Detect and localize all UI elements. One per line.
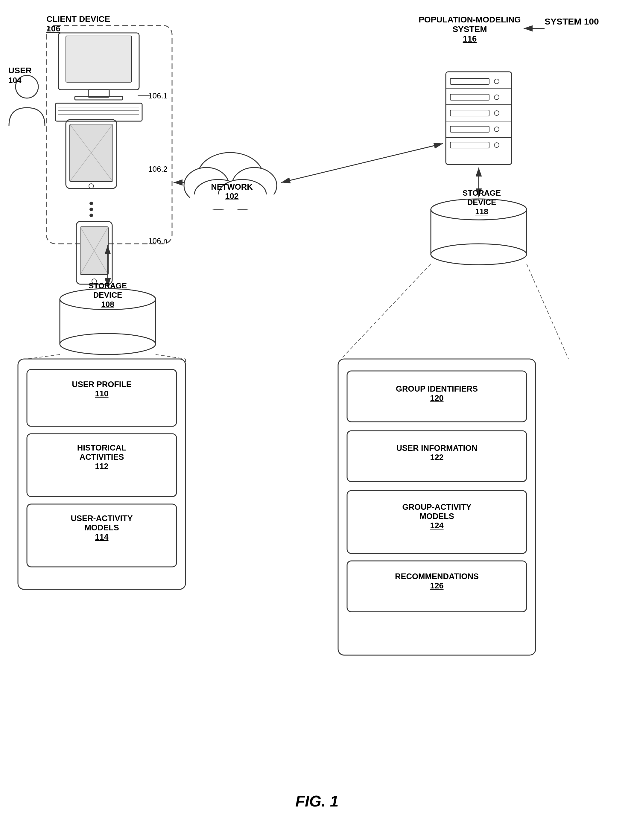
pop-modeling-label: POPULATION-MODELINGSYSTEM 116: [413, 15, 526, 44]
diagram: SYSTEM 100 USER 104 CLIENT DEVICE 106 10…: [0, 0, 634, 840]
svg-line-25: [80, 227, 108, 275]
svg-line-32: [27, 354, 60, 359]
svg-point-56: [494, 111, 499, 115]
svg-rect-9: [55, 103, 142, 121]
svg-point-21: [90, 213, 93, 217]
storage-item-historical-activities: HISTORICALACTIVITIES 112: [27, 443, 177, 471]
svg-point-20: [90, 208, 93, 211]
svg-rect-5: [58, 33, 139, 90]
storage-item-group-identifiers: GROUP IDENTIFIERS 120: [347, 384, 526, 403]
storage-item-recommendations: RECOMMENDATIONS 126: [347, 572, 526, 591]
svg-line-68: [341, 264, 431, 359]
storage-item-group-activity-models: GROUP-ACTIVITYMODELS 124: [347, 502, 526, 531]
svg-rect-62: [450, 126, 489, 132]
svg-line-69: [526, 264, 569, 359]
svg-rect-14: [66, 120, 117, 188]
svg-rect-23: [80, 227, 108, 275]
svg-rect-8: [75, 96, 123, 100]
storage-108-label: STORAGEDEVICE 108: [57, 281, 158, 309]
svg-rect-22: [76, 221, 112, 284]
svg-point-58: [494, 143, 499, 147]
client-device-label: CLIENT DEVICE 106: [46, 14, 110, 33]
svg-rect-63: [450, 142, 489, 148]
figure-label: FIG. 1: [295, 792, 338, 810]
svg-rect-6: [66, 36, 132, 82]
label-106-1: 106.1: [148, 91, 168, 101]
svg-line-48: [281, 144, 443, 183]
system-label: SYSTEM 100: [544, 16, 599, 27]
svg-rect-15: [70, 124, 113, 182]
svg-rect-4: [46, 25, 172, 244]
network-label: NETWORK 102: [208, 183, 256, 201]
svg-rect-61: [450, 110, 489, 116]
svg-rect-60: [450, 94, 489, 100]
label-106-n: 106.n: [148, 236, 168, 246]
svg-point-19: [90, 202, 93, 205]
svg-line-24: [80, 227, 108, 275]
svg-point-54: [494, 79, 499, 84]
storage-item-user-information: USER INFORMATION 122: [347, 444, 526, 462]
svg-line-17: [70, 124, 113, 182]
storage-item-user-activity-models: USER-ACTIVITYMODELS 114: [27, 514, 177, 542]
label-106-2: 106.2: [148, 164, 168, 174]
svg-line-16: [70, 124, 113, 182]
svg-rect-7: [88, 90, 109, 97]
svg-point-57: [494, 127, 499, 132]
storage-118-label: STORAGEDEVICE 118: [443, 188, 520, 216]
svg-rect-59: [450, 78, 489, 84]
svg-point-18: [89, 184, 94, 188]
svg-point-31: [60, 333, 156, 354]
svg-point-55: [494, 95, 499, 99]
svg-line-33: [156, 354, 185, 359]
storage-item-user-profile: USER PROFILE 110: [27, 380, 177, 398]
diagram-svg: [0, 0, 634, 840]
svg-rect-49: [446, 72, 512, 164]
svg-point-67: [431, 244, 526, 265]
user-label: USER 104: [8, 66, 32, 85]
